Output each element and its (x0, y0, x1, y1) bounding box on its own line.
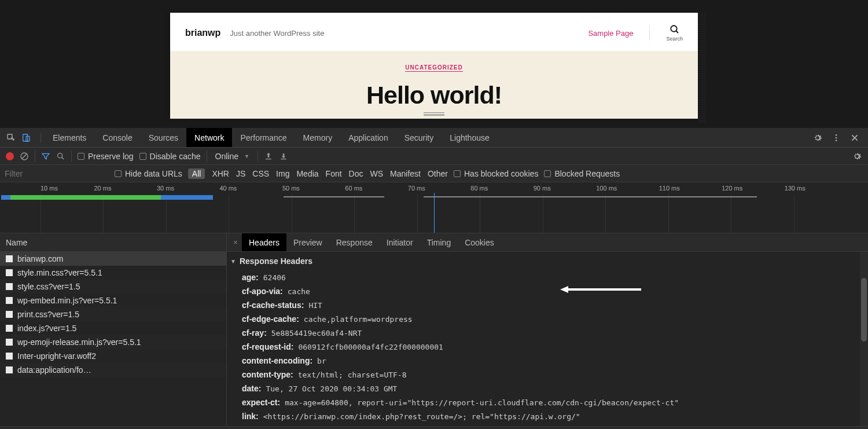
details-tab-preview[interactable]: Preview (286, 233, 329, 251)
details-scrollbar[interactable] (860, 252, 868, 426)
wp-body: UNCATEGORIZED Hello world! (170, 51, 698, 119)
header-row[interactable]: content-type:text/html; charset=UTF-8 (230, 368, 862, 382)
header-row[interactable]: cf-ray:5e8854419ec60af4-NRT (230, 326, 862, 340)
request-row[interactable]: brianwp.com (0, 252, 226, 266)
request-row[interactable]: wp-emoji-release.min.js?ver=5.5.1 (0, 335, 226, 349)
devtools-tab-console[interactable]: Console (94, 128, 140, 147)
nav-separator (649, 25, 650, 41)
device-toggle-icon[interactable] (21, 133, 31, 143)
filter-input[interactable] (5, 169, 109, 178)
resize-handle[interactable] (698, 13, 706, 122)
has-blocked-cookies-checkbox[interactable]: Has blocked cookies (454, 169, 538, 178)
filter-type-css[interactable]: CSS (252, 169, 269, 178)
svg-point-5 (836, 134, 837, 136)
devtools-tab-application[interactable]: Application (340, 128, 396, 147)
close-devtools-icon[interactable] (849, 133, 860, 143)
site-title[interactable]: brianwp (185, 28, 220, 38)
filter-type-other[interactable]: Other (428, 169, 448, 178)
devtools-tab-lighthouse[interactable]: Lighthouse (442, 128, 498, 147)
close-details-icon[interactable]: × (229, 233, 242, 251)
network-timeline[interactable]: 10 ms20 ms30 ms40 ms50 ms60 ms70 ms80 ms… (0, 182, 868, 233)
disable-cache-label: Disable cache (150, 152, 201, 161)
nav-link-sample-page[interactable]: Sample Page (588, 29, 633, 38)
request-row[interactable]: data:application/fo… (0, 363, 226, 377)
post-category[interactable]: UNCATEGORIZED (405, 64, 462, 72)
header-row[interactable]: date:Tue, 27 Oct 2020 00:34:03 GMT (230, 382, 862, 395)
details-tab-cookies[interactable]: Cookies (458, 233, 501, 251)
request-row[interactable]: Inter-upright-var.woff2 (0, 349, 226, 363)
request-row[interactable]: print.css?ver=1.5 (0, 307, 226, 321)
devtools-panel: ElementsConsoleSourcesNetworkPerformance… (0, 128, 868, 429)
header-row[interactable]: cf-request-id:060912fcfb00000af4fc22f000… (230, 340, 862, 354)
details-tab-initiator[interactable]: Initiator (380, 233, 420, 251)
blocked-requests-checkbox[interactable]: Blocked Requests (544, 169, 620, 178)
filter-type-ws[interactable]: WS (370, 169, 384, 178)
filter-type-img[interactable]: Img (276, 169, 289, 178)
record-button[interactable] (6, 152, 14, 160)
upload-har-icon[interactable] (264, 152, 273, 161)
header-row[interactable]: cf-cache-status:HIT (230, 298, 862, 312)
drag-handle-icon[interactable] (424, 112, 444, 116)
filter-type-font[interactable]: Font (326, 169, 342, 178)
header-value: text/html; charset=UTF-8 (298, 371, 407, 379)
throttling-value: Online (215, 152, 238, 161)
wp-header: brianwp Just another WordPress site Samp… (170, 13, 698, 51)
request-name: Inter-upright-var.woff2 (17, 351, 96, 361)
header-row[interactable]: age:62406 (230, 270, 862, 284)
filter-type-media[interactable]: Media (296, 169, 318, 178)
header-row[interactable]: cf-apo-via:cache (230, 284, 862, 298)
header-value: Tue, 27 Oct 2020 00:34:03 GMT (266, 384, 397, 393)
header-row[interactable]: cf-edge-cache:cache,platform=wordpress (230, 312, 862, 326)
search-icon[interactable] (56, 152, 65, 161)
filter-icon[interactable] (41, 152, 50, 161)
details-tab-timing[interactable]: Timing (420, 233, 458, 251)
devtools-tab-sources[interactable]: Sources (141, 128, 186, 147)
filter-type-doc[interactable]: Doc (349, 169, 363, 178)
header-key: expect-ct: (242, 398, 280, 407)
details-tab-response[interactable]: Response (329, 233, 380, 251)
filter-type-manifest[interactable]: Manifest (390, 169, 421, 178)
header-row[interactable]: link:<https://brianwp.com/index.php?rest… (230, 409, 862, 423)
request-row[interactable]: wp-embed.min.js?ver=5.5.1 (0, 294, 226, 307)
devtools-tab-elements[interactable]: Elements (45, 128, 94, 147)
filter-type-all[interactable]: All (188, 168, 205, 179)
preserve-log-checkbox[interactable]: Preserve log (78, 152, 134, 161)
devtools-tab-network[interactable]: Network (186, 128, 232, 147)
request-row[interactable]: index.js?ver=1.5 (0, 321, 226, 335)
svg-rect-3 (23, 134, 28, 141)
hide-data-urls-checkbox[interactable]: Hide data URLs (115, 169, 182, 178)
header-row[interactable]: expect-ct:max-age=604800, report-uri="ht… (230, 395, 862, 409)
kebab-menu-icon[interactable] (831, 133, 841, 143)
request-row[interactable]: style.min.css?ver=5.5.1 (0, 266, 226, 280)
has-blocked-cookies-label: Has blocked cookies (464, 169, 538, 178)
filter-type-js[interactable]: JS (236, 169, 245, 178)
inspect-element-icon[interactable] (6, 133, 16, 143)
clear-icon[interactable] (20, 152, 29, 161)
details-tab-headers[interactable]: Headers (242, 233, 286, 251)
response-headers-section[interactable]: ▼ Response Headers (230, 256, 862, 266)
devtools-tab-performance[interactable]: Performance (232, 128, 295, 147)
header-key: content-encoding: (242, 356, 312, 365)
file-icon (6, 255, 13, 262)
disable-cache-checkbox[interactable]: Disable cache (139, 152, 201, 161)
request-list-header[interactable]: Name (0, 233, 226, 252)
download-har-icon[interactable] (279, 152, 288, 161)
devtools-tab-security[interactable]: Security (396, 128, 442, 147)
post-title[interactable]: Hello world! (170, 81, 698, 109)
header-row[interactable]: content-encoding:br (230, 354, 862, 368)
file-icon (6, 297, 13, 304)
request-name: brianwp.com (17, 254, 63, 263)
file-icon (6, 311, 13, 318)
header-key: cf-edge-cache: (242, 314, 299, 324)
network-settings-gear-icon[interactable] (852, 151, 862, 162)
file-icon (6, 325, 13, 332)
settings-gear-icon[interactable] (812, 133, 823, 143)
header-value: 5e8854419ec60af4-NRT (271, 329, 362, 338)
header-value: <https://brianwp.com/index.php?rest_rout… (263, 412, 580, 421)
devtools-tab-memory[interactable]: Memory (295, 128, 341, 147)
filter-type-xhr[interactable]: XHR (212, 169, 229, 178)
search-button[interactable]: Search (666, 24, 683, 42)
request-name: style.css?ver=1.5 (17, 282, 80, 291)
request-row[interactable]: style.css?ver=1.5 (0, 280, 226, 294)
throttling-select[interactable]: Online ▼ (213, 152, 252, 161)
